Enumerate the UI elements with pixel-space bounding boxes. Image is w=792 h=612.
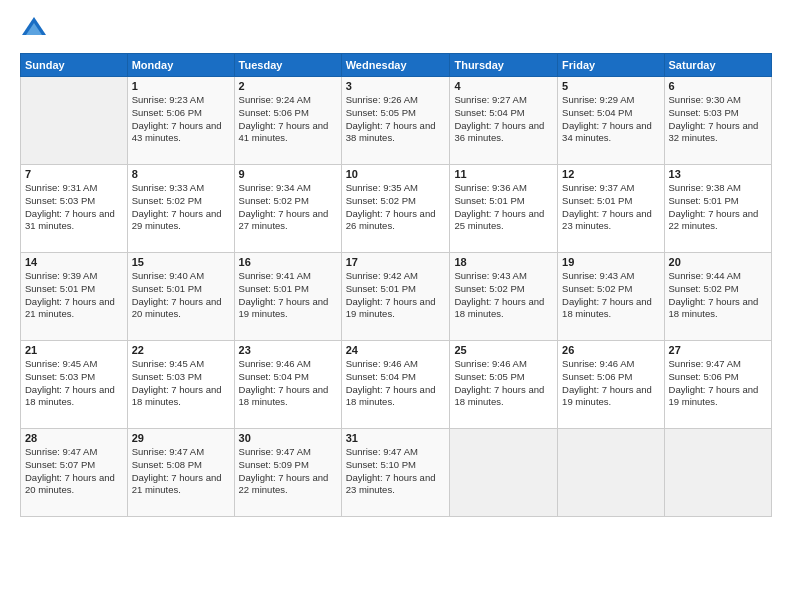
calendar-cell: 19Sunrise: 9:43 AMSunset: 5:02 PMDayligh… bbox=[558, 253, 664, 341]
weekday-header: Thursday bbox=[450, 54, 558, 77]
calendar-cell: 11Sunrise: 9:36 AMSunset: 5:01 PMDayligh… bbox=[450, 165, 558, 253]
day-number: 11 bbox=[454, 168, 553, 180]
calendar-cell bbox=[450, 429, 558, 517]
day-number: 15 bbox=[132, 256, 230, 268]
calendar-cell: 22Sunrise: 9:45 AMSunset: 5:03 PMDayligh… bbox=[127, 341, 234, 429]
day-info: Sunrise: 9:43 AMSunset: 5:02 PMDaylight:… bbox=[562, 270, 659, 321]
day-number: 19 bbox=[562, 256, 659, 268]
day-info: Sunrise: 9:35 AMSunset: 5:02 PMDaylight:… bbox=[346, 182, 446, 233]
day-number: 14 bbox=[25, 256, 123, 268]
day-info: Sunrise: 9:26 AMSunset: 5:05 PMDaylight:… bbox=[346, 94, 446, 145]
calendar-cell: 13Sunrise: 9:38 AMSunset: 5:01 PMDayligh… bbox=[664, 165, 771, 253]
day-number: 22 bbox=[132, 344, 230, 356]
day-info: Sunrise: 9:42 AMSunset: 5:01 PMDaylight:… bbox=[346, 270, 446, 321]
day-info: Sunrise: 9:44 AMSunset: 5:02 PMDaylight:… bbox=[669, 270, 767, 321]
day-info: Sunrise: 9:46 AMSunset: 5:04 PMDaylight:… bbox=[239, 358, 337, 409]
calendar-cell: 2Sunrise: 9:24 AMSunset: 5:06 PMDaylight… bbox=[234, 77, 341, 165]
calendar-cell: 8Sunrise: 9:33 AMSunset: 5:02 PMDaylight… bbox=[127, 165, 234, 253]
calendar-cell: 23Sunrise: 9:46 AMSunset: 5:04 PMDayligh… bbox=[234, 341, 341, 429]
day-number: 17 bbox=[346, 256, 446, 268]
day-info: Sunrise: 9:47 AMSunset: 5:08 PMDaylight:… bbox=[132, 446, 230, 497]
day-info: Sunrise: 9:27 AMSunset: 5:04 PMDaylight:… bbox=[454, 94, 553, 145]
calendar-cell: 12Sunrise: 9:37 AMSunset: 5:01 PMDayligh… bbox=[558, 165, 664, 253]
calendar-cell: 7Sunrise: 9:31 AMSunset: 5:03 PMDaylight… bbox=[21, 165, 128, 253]
day-number: 1 bbox=[132, 80, 230, 92]
day-info: Sunrise: 9:46 AMSunset: 5:06 PMDaylight:… bbox=[562, 358, 659, 409]
day-number: 4 bbox=[454, 80, 553, 92]
calendar-cell: 31Sunrise: 9:47 AMSunset: 5:10 PMDayligh… bbox=[341, 429, 450, 517]
calendar-cell: 14Sunrise: 9:39 AMSunset: 5:01 PMDayligh… bbox=[21, 253, 128, 341]
day-number: 12 bbox=[562, 168, 659, 180]
weekday-header: Monday bbox=[127, 54, 234, 77]
day-number: 21 bbox=[25, 344, 123, 356]
calendar-week-row: 7Sunrise: 9:31 AMSunset: 5:03 PMDaylight… bbox=[21, 165, 772, 253]
day-number: 23 bbox=[239, 344, 337, 356]
day-number: 3 bbox=[346, 80, 446, 92]
day-number: 16 bbox=[239, 256, 337, 268]
weekday-header: Sunday bbox=[21, 54, 128, 77]
calendar-cell: 10Sunrise: 9:35 AMSunset: 5:02 PMDayligh… bbox=[341, 165, 450, 253]
calendar-week-row: 21Sunrise: 9:45 AMSunset: 5:03 PMDayligh… bbox=[21, 341, 772, 429]
day-info: Sunrise: 9:34 AMSunset: 5:02 PMDaylight:… bbox=[239, 182, 337, 233]
day-info: Sunrise: 9:30 AMSunset: 5:03 PMDaylight:… bbox=[669, 94, 767, 145]
calendar-cell: 6Sunrise: 9:30 AMSunset: 5:03 PMDaylight… bbox=[664, 77, 771, 165]
day-info: Sunrise: 9:46 AMSunset: 5:05 PMDaylight:… bbox=[454, 358, 553, 409]
day-number: 13 bbox=[669, 168, 767, 180]
day-info: Sunrise: 9:47 AMSunset: 5:09 PMDaylight:… bbox=[239, 446, 337, 497]
weekday-header: Saturday bbox=[664, 54, 771, 77]
day-info: Sunrise: 9:47 AMSunset: 5:06 PMDaylight:… bbox=[669, 358, 767, 409]
day-number: 24 bbox=[346, 344, 446, 356]
weekday-header: Friday bbox=[558, 54, 664, 77]
day-number: 27 bbox=[669, 344, 767, 356]
day-info: Sunrise: 9:31 AMSunset: 5:03 PMDaylight:… bbox=[25, 182, 123, 233]
calendar-week-row: 1Sunrise: 9:23 AMSunset: 5:06 PMDaylight… bbox=[21, 77, 772, 165]
calendar-cell: 3Sunrise: 9:26 AMSunset: 5:05 PMDaylight… bbox=[341, 77, 450, 165]
day-info: Sunrise: 9:39 AMSunset: 5:01 PMDaylight:… bbox=[25, 270, 123, 321]
day-number: 6 bbox=[669, 80, 767, 92]
calendar-cell: 18Sunrise: 9:43 AMSunset: 5:02 PMDayligh… bbox=[450, 253, 558, 341]
day-number: 29 bbox=[132, 432, 230, 444]
calendar-cell: 15Sunrise: 9:40 AMSunset: 5:01 PMDayligh… bbox=[127, 253, 234, 341]
day-info: Sunrise: 9:47 AMSunset: 5:10 PMDaylight:… bbox=[346, 446, 446, 497]
day-number: 25 bbox=[454, 344, 553, 356]
calendar-week-row: 14Sunrise: 9:39 AMSunset: 5:01 PMDayligh… bbox=[21, 253, 772, 341]
calendar-cell: 27Sunrise: 9:47 AMSunset: 5:06 PMDayligh… bbox=[664, 341, 771, 429]
weekday-header: Wednesday bbox=[341, 54, 450, 77]
day-number: 7 bbox=[25, 168, 123, 180]
calendar-cell bbox=[558, 429, 664, 517]
calendar-cell: 24Sunrise: 9:46 AMSunset: 5:04 PMDayligh… bbox=[341, 341, 450, 429]
day-info: Sunrise: 9:29 AMSunset: 5:04 PMDaylight:… bbox=[562, 94, 659, 145]
day-number: 2 bbox=[239, 80, 337, 92]
day-info: Sunrise: 9:37 AMSunset: 5:01 PMDaylight:… bbox=[562, 182, 659, 233]
calendar-cell: 21Sunrise: 9:45 AMSunset: 5:03 PMDayligh… bbox=[21, 341, 128, 429]
day-info: Sunrise: 9:33 AMSunset: 5:02 PMDaylight:… bbox=[132, 182, 230, 233]
calendar-cell: 29Sunrise: 9:47 AMSunset: 5:08 PMDayligh… bbox=[127, 429, 234, 517]
day-info: Sunrise: 9:43 AMSunset: 5:02 PMDaylight:… bbox=[454, 270, 553, 321]
calendar-cell: 9Sunrise: 9:34 AMSunset: 5:02 PMDaylight… bbox=[234, 165, 341, 253]
day-number: 26 bbox=[562, 344, 659, 356]
calendar-cell: 5Sunrise: 9:29 AMSunset: 5:04 PMDaylight… bbox=[558, 77, 664, 165]
calendar: SundayMondayTuesdayWednesdayThursdayFrid… bbox=[20, 53, 772, 517]
calendar-cell bbox=[21, 77, 128, 165]
day-info: Sunrise: 9:47 AMSunset: 5:07 PMDaylight:… bbox=[25, 446, 123, 497]
logo bbox=[20, 15, 52, 43]
calendar-cell: 28Sunrise: 9:47 AMSunset: 5:07 PMDayligh… bbox=[21, 429, 128, 517]
calendar-cell: 30Sunrise: 9:47 AMSunset: 5:09 PMDayligh… bbox=[234, 429, 341, 517]
day-info: Sunrise: 9:24 AMSunset: 5:06 PMDaylight:… bbox=[239, 94, 337, 145]
calendar-cell: 17Sunrise: 9:42 AMSunset: 5:01 PMDayligh… bbox=[341, 253, 450, 341]
day-number: 9 bbox=[239, 168, 337, 180]
calendar-cell: 26Sunrise: 9:46 AMSunset: 5:06 PMDayligh… bbox=[558, 341, 664, 429]
calendar-cell: 1Sunrise: 9:23 AMSunset: 5:06 PMDaylight… bbox=[127, 77, 234, 165]
logo-icon bbox=[20, 15, 48, 43]
weekday-header: Tuesday bbox=[234, 54, 341, 77]
day-info: Sunrise: 9:40 AMSunset: 5:01 PMDaylight:… bbox=[132, 270, 230, 321]
day-number: 5 bbox=[562, 80, 659, 92]
page: SundayMondayTuesdayWednesdayThursdayFrid… bbox=[0, 0, 792, 612]
day-info: Sunrise: 9:45 AMSunset: 5:03 PMDaylight:… bbox=[25, 358, 123, 409]
day-number: 8 bbox=[132, 168, 230, 180]
calendar-header: SundayMondayTuesdayWednesdayThursdayFrid… bbox=[21, 54, 772, 77]
day-number: 18 bbox=[454, 256, 553, 268]
day-info: Sunrise: 9:38 AMSunset: 5:01 PMDaylight:… bbox=[669, 182, 767, 233]
day-number: 28 bbox=[25, 432, 123, 444]
day-number: 10 bbox=[346, 168, 446, 180]
